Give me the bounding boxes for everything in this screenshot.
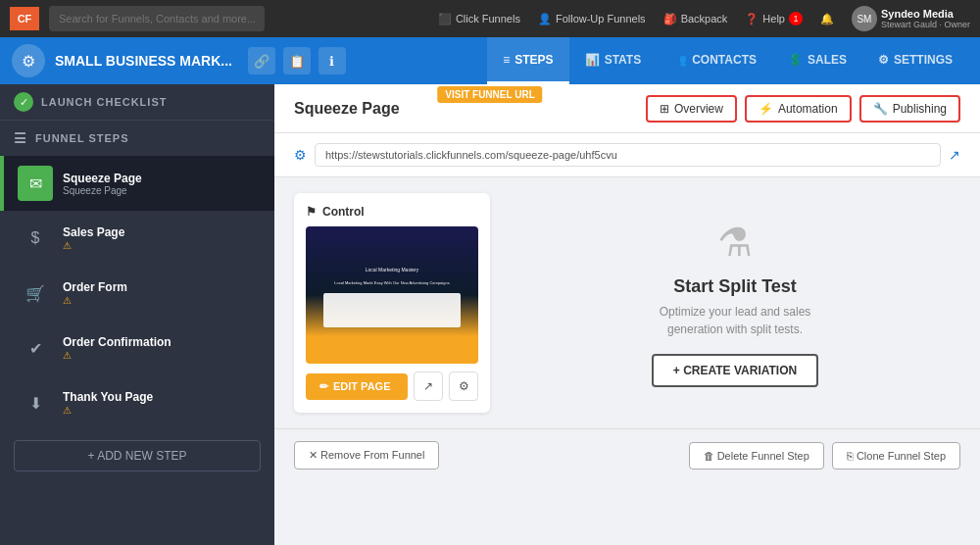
add-step-button[interactable]: + ADD NEW STEP — [14, 440, 261, 471]
follow-up-funnels-icon: 👤 — [538, 13, 552, 25]
tab-settings[interactable]: ⚙ SETTINGS — [862, 37, 968, 84]
order-form-text: Order Form ⚠ — [63, 280, 261, 306]
nav-user[interactable]: SM Syndeo Media Stewart Gauld · Owner — [852, 6, 970, 31]
thank-you-text: Thank You Page ⚠ — [63, 390, 261, 416]
stats-icon: 📊 — [585, 53, 600, 67]
squeeze-page-text: Squeeze Page Squeeze Page — [63, 172, 261, 196]
external-link-button[interactable]: ↗ — [414, 372, 443, 401]
nav-follow-up-funnels[interactable]: 👤 Follow-Up Funnels — [538, 13, 646, 25]
sales-page-text: Sales Page ⚠ — [63, 225, 261, 251]
flask-icon: ⚗ — [717, 220, 753, 265]
funnel-settings-icon[interactable]: ⚙ — [12, 44, 45, 77]
settings-icon: ⚙ — [878, 53, 889, 67]
edit-page-button[interactable]: ✏ EDIT PAGE — [306, 373, 408, 400]
page-preview: Local Marketing Mastery Local Marketing … — [306, 226, 478, 364]
thank-you-icon: ⬇ — [18, 385, 53, 421]
url-settings-icon[interactable]: ⚙ — [294, 147, 307, 163]
global-search-input[interactable] — [49, 6, 265, 31]
url-bar-row: ⚙ ↗ — [274, 133, 980, 177]
sidebar-item-order-form[interactable]: 🛒 Order Form ⚠ — [0, 266, 274, 321]
sidebar-item-squeeze-page[interactable]: ✉ Squeeze Page Squeeze Page — [0, 156, 274, 211]
sales-icon: 💲 — [788, 53, 803, 67]
check-icon: ✓ — [14, 92, 33, 112]
funnel-copy-icon[interactable]: 📋 — [283, 47, 311, 74]
backpack-icon: 🎒 — [663, 13, 677, 25]
lines-icon: ☰ — [14, 130, 27, 146]
sidebar: ✓ LAUNCH CHECKLIST ☰ FUNNEL STEPS ✉ Sque… — [0, 84, 274, 545]
sidebar-item-order-confirmation[interactable]: ✔ Order Confirmation ⚠ — [0, 321, 274, 375]
automation-icon: ⚡ — [759, 102, 773, 116]
user-avatar: SM — [852, 6, 877, 31]
tab-sales[interactable]: 💲 SALES — [772, 37, 862, 84]
preview-inner: Local Marketing Mastery Local Marketing … — [306, 226, 478, 364]
funnel-nav-wrapper: ⚙ SMALL BUSINESS MARK... 🔗 📋 ℹ ≡ STEPS 📊… — [0, 37, 980, 84]
nav-notifications[interactable]: 🔔 — [820, 13, 834, 25]
content-area: Squeeze Page ⊞ Overview ⚡ Automation 🔧 P… — [274, 84, 980, 545]
flag-icon: ⚑ — [306, 205, 317, 219]
order-confirmation-text: Order Confirmation ⚠ — [63, 335, 261, 361]
header-actions: ⊞ Overview ⚡ Automation 🔧 Publishing — [646, 95, 960, 123]
sidebar-item-thank-you-page[interactable]: ⬇ Thank You Page ⚠ — [0, 375, 274, 430]
automation-button[interactable]: ⚡ Automation — [745, 95, 852, 123]
global-nav-items: ⬛ Click Funnels 👤 Follow-Up Funnels 🎒 Ba… — [438, 6, 970, 31]
app-logo[interactable]: CF — [10, 7, 39, 30]
page-header: Squeeze Page ⊞ Overview ⚡ Automation 🔧 P… — [274, 84, 980, 133]
funnel-nav: ⚙ SMALL BUSINESS MARK... 🔗 📋 ℹ ≡ STEPS 📊… — [0, 37, 980, 84]
contacts-icon: 👥 — [672, 53, 687, 67]
delete-funnel-step-button[interactable]: 🗑 Delete Funnel Step — [689, 442, 824, 470]
sales-page-icon: $ — [18, 221, 53, 256]
user-info: Syndeo Media Stewart Gauld · Owner — [881, 8, 970, 29]
funnel-info-icon[interactable]: ℹ — [318, 47, 346, 74]
preview-form — [323, 293, 462, 327]
help-icon: ❓ — [745, 13, 759, 25]
steps-icon: ≡ — [503, 53, 510, 67]
split-test-title: Start Split Test — [673, 276, 797, 297]
url-open-icon[interactable]: ↗ — [949, 147, 960, 163]
visit-funnel-url-banner[interactable]: VISIT FUNNEL URL — [437, 86, 542, 103]
overview-button[interactable]: ⊞ Overview — [646, 95, 737, 123]
launch-checklist-label: LAUNCH CHECKLIST — [41, 96, 167, 108]
order-form-icon: 🛒 — [18, 275, 53, 311]
create-variation-button[interactable]: + CREATE VARIATION — [652, 354, 818, 387]
nav-help[interactable]: ❓ Help 1 — [745, 12, 803, 25]
tab-stats[interactable]: 📊 STATS — [569, 37, 658, 84]
card-actions: ✏ EDIT PAGE ↗ ⚙ — [306, 372, 478, 401]
bell-icon: 🔔 — [820, 13, 834, 25]
funnel-link-icon[interactable]: 🔗 — [248, 47, 275, 74]
nav-click-funnels[interactable]: ⬛ Click Funnels — [438, 13, 520, 25]
control-label: ⚑ Control — [306, 205, 478, 219]
tab-steps[interactable]: ≡ STEPS — [487, 37, 568, 84]
order-confirmation-icon: ✔ — [18, 330, 53, 366]
overview-icon: ⊞ — [660, 102, 669, 116]
funnel-steps-header: ☰ FUNNEL STEPS — [0, 121, 274, 156]
clone-funnel-step-button[interactable]: ⎘ Clone Funnel Step — [832, 442, 960, 470]
funnel-title: SMALL BUSINESS MARK... — [55, 53, 232, 69]
publishing-button[interactable]: 🔧 Publishing — [859, 95, 960, 123]
click-funnels-icon: ⬛ — [438, 13, 452, 25]
help-badge: 1 — [789, 12, 803, 25]
preview-headline: Local Marketing Mastery — [362, 263, 422, 277]
url-input[interactable] — [315, 143, 941, 167]
bottom-right-actions: 🗑 Delete Funnel Step ⎘ Clone Funnel Step — [689, 442, 960, 470]
settings-card-button[interactable]: ⚙ — [449, 372, 478, 401]
edit-icon: ✏ — [319, 380, 328, 393]
main-layout: ✓ LAUNCH CHECKLIST ☰ FUNNEL STEPS ✉ Sque… — [0, 84, 980, 545]
control-card: ⚑ Control Local Marketing Mastery Local … — [294, 193, 490, 413]
bottom-left-actions: ✕ Remove From Funnel — [294, 441, 439, 470]
publishing-icon: 🔧 — [873, 102, 888, 116]
launch-checklist-section[interactable]: ✓ LAUNCH CHECKLIST — [0, 84, 274, 121]
sidebar-item-sales-page[interactable]: $ Sales Page ⚠ — [0, 211, 274, 266]
split-test-description: Optimize your lead and salesgeneration w… — [660, 303, 811, 338]
variations-area: ⚑ Control Local Marketing Mastery Local … — [274, 177, 980, 428]
split-test-area: ⚗ Start Split Test Optimize your lead an… — [510, 193, 960, 413]
nav-backpack[interactable]: 🎒 Backpack — [663, 13, 728, 25]
global-nav: CF ⬛ Click Funnels 👤 Follow-Up Funnels 🎒… — [0, 0, 980, 37]
tab-contacts[interactable]: 👥 CONTACTS — [657, 37, 772, 84]
bottom-actions: ✕ Remove From Funnel 🗑 Delete Funnel Ste… — [274, 428, 980, 481]
squeeze-page-icon: ✉ — [18, 166, 53, 201]
remove-from-funnel-button[interactable]: ✕ Remove From Funnel — [294, 441, 439, 470]
preview-subtext: Local Marketing Made Easy With Our New A… — [330, 276, 453, 289]
funnel-tabs: ≡ STEPS 📊 STATS 👥 CONTACTS 💲 SALES ⚙ SET… — [487, 37, 968, 84]
funnel-icon-group: 🔗 📋 ℹ — [248, 47, 346, 74]
